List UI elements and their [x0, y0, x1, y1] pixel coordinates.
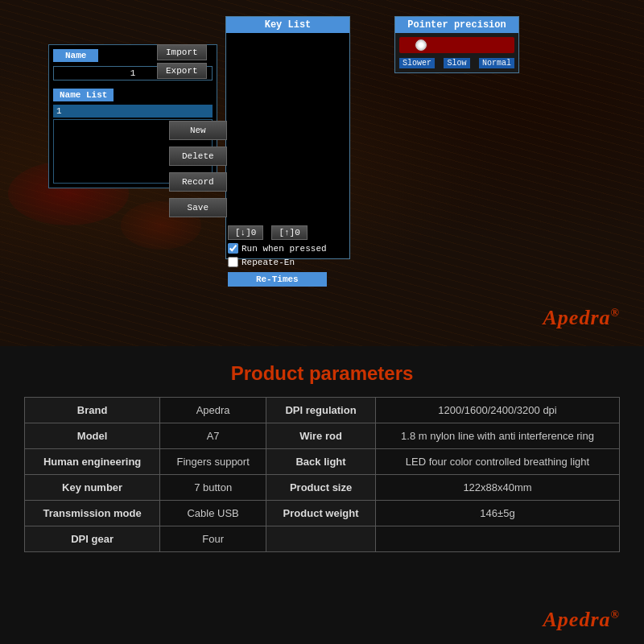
table-cell: Four: [160, 526, 266, 552]
table-cell: Fingers support: [160, 449, 266, 475]
bottom-section: Product parameters BrandApedraDPI regula…: [0, 346, 644, 644]
table-row: BrandApedraDPI regulation1200/1600/2400/…: [25, 398, 620, 423]
table-cell: 1200/1600/2400/3200 dpi: [376, 398, 620, 423]
table-cell: DPI gear: [25, 526, 160, 552]
pointer-slider[interactable]: [399, 37, 514, 53]
table-cell: Product size: [266, 475, 376, 501]
name-list-label: Name List: [53, 89, 114, 101]
record-button[interactable]: Record: [169, 172, 227, 192]
delete-button[interactable]: Delete: [169, 147, 227, 166]
top-section: Name Name List 1 Import Export Key List …: [0, 0, 644, 346]
delay-down-button[interactable]: [↓]0: [228, 225, 263, 240]
table-row: Human engineeringFingers supportBack lig…: [25, 449, 620, 475]
table-cell: DPI regulation: [266, 398, 376, 423]
table-row: ModelA7Wire rod1.8 m nylon line with ant…: [25, 423, 620, 449]
table-cell: Key number: [25, 475, 160, 501]
repeat-en-checkbox[interactable]: [228, 257, 238, 267]
pointer-header: Pointer precision: [395, 17, 518, 33]
table-cell: LED four color controlled breathing ligh…: [376, 449, 620, 475]
bottom-controls: [↓]0 [↑]0 Run when pressed Repeate-En Re…: [228, 225, 327, 287]
pointer-labels: Slower Slow Normal: [399, 58, 514, 68]
slider-thumb: [415, 39, 427, 51]
table-cell: Transmission mode: [25, 501, 160, 526]
run-when-pressed-label: Run when pressed: [242, 244, 327, 254]
run-when-pressed-row: Run when pressed: [228, 243, 327, 254]
delay-row: [↓]0 [↑]0: [228, 225, 327, 240]
key-list-body: [226, 33, 349, 258]
delay-up-button[interactable]: [↑]0: [271, 225, 307, 240]
normal-label[interactable]: Normal: [479, 58, 514, 68]
brand-top: Apedra®: [543, 306, 620, 330]
export-button[interactable]: Export: [157, 63, 207, 79]
table-cell: Model: [25, 423, 160, 449]
pointer-body: Slower Slow Normal: [395, 33, 518, 72]
table-cell: 1.8 m nylon line with anti interference …: [376, 423, 620, 449]
table-row: DPI gearFour: [25, 526, 620, 552]
action-buttons: New Delete Record Save: [169, 121, 227, 217]
repeat-en-row: Repeate-En: [228, 257, 327, 267]
pointer-panel: Pointer precision Slower Slow Normal: [394, 16, 519, 73]
key-list-header: Key List: [226, 17, 349, 33]
re-times-button[interactable]: Re-Times: [228, 272, 327, 287]
table-cell: 7 button: [160, 475, 266, 501]
key-list-panel: Key List: [225, 16, 350, 259]
table-cell: Wire rod: [266, 423, 376, 449]
params-table: BrandApedraDPI regulation1200/1600/2400/…: [24, 397, 620, 552]
slow-label[interactable]: Slow: [444, 58, 469, 68]
table-cell: [266, 526, 376, 552]
name-label-btn[interactable]: Name: [53, 49, 98, 62]
table-cell: Apedra: [160, 398, 266, 423]
repeat-en-label: Repeate-En: [242, 258, 295, 267]
table-cell: A7: [160, 423, 266, 449]
table-row: Transmission modeCable USBProduct weight…: [25, 501, 620, 526]
product-title: Product parameters: [0, 346, 644, 397]
table-cell: Back light: [266, 449, 376, 475]
table-cell: Cable USB: [160, 501, 266, 526]
save-button[interactable]: Save: [169, 198, 227, 217]
table-cell: [376, 526, 620, 552]
name-list-value: 1: [53, 105, 213, 118]
table-cell: Product weight: [266, 501, 376, 526]
table-cell: Brand: [25, 398, 160, 423]
table-row: Key number7 buttonProduct size122x88x40m…: [25, 475, 620, 501]
import-export-group: Import Export: [157, 44, 207, 79]
table-cell: 122x88x40mm: [376, 475, 620, 501]
new-button[interactable]: New: [169, 121, 227, 140]
slower-label[interactable]: Slower: [399, 58, 435, 68]
brand-bottom: Apedra®: [543, 608, 620, 632]
table-cell: Human engineering: [25, 449, 160, 475]
import-button[interactable]: Import: [157, 44, 207, 60]
table-cell: 146±5g: [376, 501, 620, 526]
run-when-pressed-checkbox[interactable]: [228, 243, 238, 254]
